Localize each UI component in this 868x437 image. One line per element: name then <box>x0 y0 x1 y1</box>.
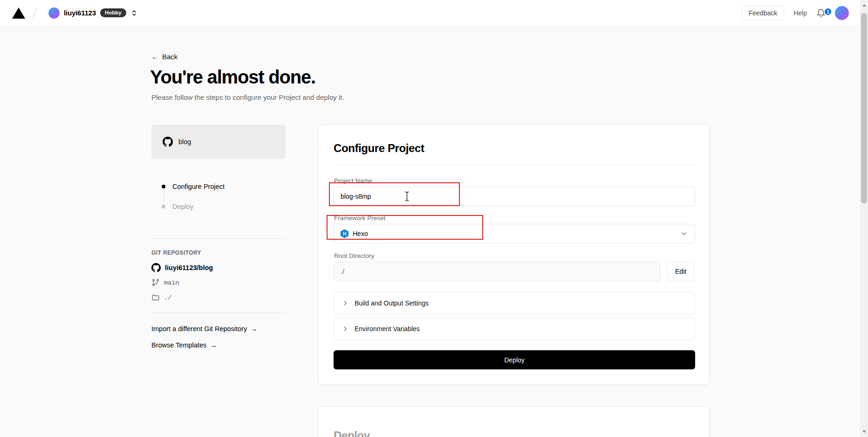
accordion-label: Environment Variables <box>355 325 420 333</box>
back-link[interactable]: ← Back <box>151 53 178 61</box>
vercel-import-page: liuyi61123 Hobby Feedback Help 1 ← Back … <box>0 0 868 437</box>
arrow-right-icon: → <box>251 325 258 333</box>
configure-card-title: Configure Project <box>334 142 694 155</box>
git-branch-icon <box>151 278 160 287</box>
card-divider <box>334 165 694 165</box>
root-directory-input <box>334 262 661 281</box>
deploy-section-card: Deploy <box>318 406 710 437</box>
environment-variables-accordion[interactable]: Environment Variables <box>334 318 695 340</box>
hexo-framework-icon: H <box>341 229 349 238</box>
progress-steps: Configure Project Deploy <box>162 182 225 211</box>
chevron-right-icon <box>342 325 349 333</box>
step-label: Configure Project <box>172 183 225 190</box>
scrollbar-thumb[interactable] <box>861 13 867 203</box>
notifications-button[interactable]: 1 <box>816 8 826 18</box>
github-icon <box>151 263 161 272</box>
step-dot-active <box>162 185 165 188</box>
chevron-right-icon <box>342 299 349 307</box>
scrollbar-up-arrow[interactable] <box>860 1 868 9</box>
team-avatar <box>48 7 60 19</box>
sidebar: blog Configure Project Deploy GIT REPOSI… <box>151 125 286 367</box>
feedback-button[interactable]: Feedback <box>742 6 784 21</box>
git-directory-value: ./ <box>164 294 171 301</box>
git-repository-heading: GIT REPOSITORY <box>151 250 201 256</box>
github-icon <box>163 137 173 147</box>
topbar-right: Feedback Help 1 <box>742 6 849 21</box>
framework-preset-value: Hexo <box>353 230 368 237</box>
team-switcher[interactable]: liuyi61123 Hobby <box>48 7 138 19</box>
git-repo-row: liuyi61123/blog <box>151 263 213 273</box>
project-name-input[interactable] <box>334 187 695 206</box>
step-dot-pending <box>162 205 165 208</box>
plan-badge: Hobby <box>100 8 126 17</box>
git-branch-row: main <box>151 277 179 288</box>
back-label: Back <box>162 53 178 61</box>
step-label: Deploy <box>172 203 193 210</box>
sidebar-divider <box>151 238 286 239</box>
edit-root-directory-button[interactable]: Edit <box>667 262 694 281</box>
repo-card-label: blog <box>178 138 191 146</box>
import-different-repo-link[interactable]: Import a different Git Repository → <box>151 325 258 333</box>
git-directory-row: ./ <box>151 292 171 303</box>
link-label: Import a different Git Repository <box>151 325 247 333</box>
deploy-section-title: Deploy <box>334 429 694 437</box>
configure-project-card: Configure Project Project Name Framework… <box>318 125 710 385</box>
accordion-label: Build and Output Settings <box>355 299 429 307</box>
user-avatar[interactable] <box>835 6 849 20</box>
selected-repo-card[interactable]: blog <box>151 125 286 159</box>
scrollbar-down-arrow[interactable] <box>860 428 868 436</box>
page-title: You're almost done. <box>150 67 315 88</box>
team-name: liuyi61123 <box>64 9 96 17</box>
back-arrow-icon: ← <box>151 53 158 61</box>
vercel-logo-icon[interactable] <box>12 7 25 19</box>
link-label: Browse Templates <box>151 341 206 349</box>
chevron-down-icon <box>680 229 688 238</box>
framework-preset-select[interactable]: H Hexo <box>334 224 695 243</box>
notification-count-badge: 1 <box>824 7 832 16</box>
folder-icon <box>151 293 160 302</box>
step-deploy: Deploy <box>162 202 225 211</box>
arrow-right-icon: → <box>210 341 217 349</box>
page-scrollbar[interactable] <box>860 0 868 437</box>
help-link[interactable]: Help <box>793 9 807 17</box>
project-name-label: Project Name <box>334 177 372 184</box>
page-subtitle: Please follow the steps to configure you… <box>151 93 344 101</box>
team-switcher-chevrons-icon[interactable] <box>130 8 138 18</box>
sidebar-divider <box>151 312 286 313</box>
browse-templates-link[interactable]: Browse Templates → <box>151 341 217 349</box>
root-directory-label: Root Directory <box>334 252 374 259</box>
framework-preset-label: Framework Preset <box>334 215 385 222</box>
build-output-settings-accordion[interactable]: Build and Output Settings <box>334 292 695 314</box>
topbar-left: liuyi61123 Hobby <box>12 6 138 21</box>
deploy-button[interactable]: Deploy <box>334 350 695 369</box>
step-configure-project: Configure Project <box>162 182 225 191</box>
git-branch-name: main <box>164 279 179 286</box>
breadcrumb-slash-divider <box>30 6 40 21</box>
git-repo-name: liuyi61123/blog <box>165 264 213 271</box>
top-navigation-bar: liuyi61123 Hobby Feedback Help 1 <box>0 0 860 26</box>
